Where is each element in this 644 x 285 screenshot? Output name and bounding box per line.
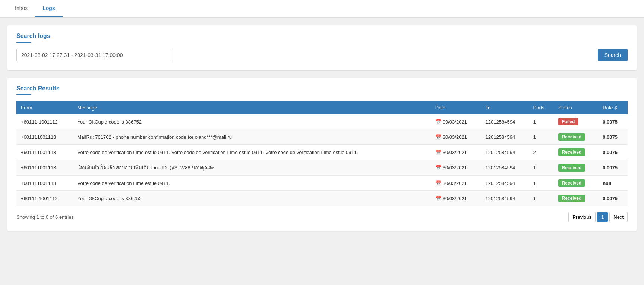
calendar-icon: 📅	[435, 196, 441, 201]
table-row: +601111001113 โอนเงินสำเร็จแล้ว สอบถามเพ…	[16, 160, 628, 176]
date-range-input[interactable]	[16, 49, 173, 61]
cell-rate: 0.0075	[598, 114, 628, 129]
status-badge: Received	[558, 148, 585, 156]
calendar-icon: 📅	[435, 119, 441, 125]
next-button[interactable]: Next	[609, 212, 628, 222]
cell-to: 12012584594	[481, 176, 529, 191]
cell-from: +601111001113	[16, 160, 73, 176]
cell-parts: 1	[529, 191, 554, 206]
table-header-row: From Message Date To Parts Status Rate $	[16, 101, 628, 114]
cell-rate: 0.0075	[598, 145, 628, 160]
status-badge: Received	[558, 133, 585, 141]
cell-to: 12012584594	[481, 160, 529, 176]
cell-parts: 2	[529, 145, 554, 160]
search-button[interactable]: Search	[598, 49, 628, 61]
search-logs-title: Search logs	[16, 33, 628, 39]
cell-from: +601111001113	[16, 145, 73, 160]
cell-date: 📅09/03/2021	[431, 114, 481, 129]
calendar-icon: 📅	[435, 165, 441, 170]
cell-status: Failed	[554, 114, 599, 129]
cell-date: 📅30/03/2021	[431, 191, 481, 206]
results-card: Search Results From Message Date To Part…	[7, 78, 637, 231]
page-content: Search logs Search Search Results From M…	[0, 18, 644, 238]
results-title-underline	[16, 94, 31, 95]
calendar-icon: 📅	[435, 150, 441, 155]
tab-logs[interactable]: Logs	[35, 0, 62, 17]
col-rate: Rate $	[598, 101, 628, 114]
cell-rate: 0.0075	[598, 191, 628, 206]
search-card: Search logs Search	[7, 25, 637, 70]
search-row: Search	[16, 49, 628, 61]
cell-status: Received	[554, 145, 599, 160]
pagination-row: Showing 1 to 6 of 6 entries Previous 1 N…	[16, 212, 628, 222]
cell-rate: null	[598, 176, 628, 191]
pagination-buttons: Previous 1 Next	[568, 212, 628, 222]
cell-date: 📅30/03/2021	[431, 129, 481, 145]
cell-from: +60111-1001112	[16, 191, 73, 206]
tab-inbox[interactable]: Inbox	[7, 0, 35, 17]
table-row: +60111-1001112 Your OkCupid code is 3867…	[16, 191, 628, 206]
cell-message: โอนเงินสำเร็จแล้ว สอบถามเพิ่มเติม Line I…	[73, 160, 431, 176]
cell-status: Received	[554, 160, 599, 176]
cell-status: Received	[554, 176, 599, 191]
status-badge: Received	[558, 164, 585, 172]
cell-parts: 1	[529, 114, 554, 129]
col-message: Message	[73, 101, 431, 114]
cell-date: 📅30/03/2021	[431, 145, 481, 160]
cell-from: +601111001113	[16, 129, 73, 145]
calendar-icon: 📅	[435, 134, 441, 140]
col-parts: Parts	[529, 101, 554, 114]
cell-parts: 1	[529, 160, 554, 176]
col-date: Date	[431, 101, 481, 114]
cell-to: 12012584594	[481, 114, 529, 129]
page-1-button[interactable]: 1	[597, 212, 608, 222]
cell-message: Your OkCupid code is 386752	[73, 191, 431, 206]
table-row: +601111001113 Votre code de vérification…	[16, 145, 628, 160]
cell-message: Votre code de vérification Lime est le 0…	[73, 145, 431, 160]
previous-button[interactable]: Previous	[568, 212, 596, 222]
cell-to: 12012584594	[481, 191, 529, 206]
col-from: From	[16, 101, 73, 114]
cell-message: Votre code de vérification Lime est le 0…	[73, 176, 431, 191]
table-row: +601111001113 MailRu: 701762 - phone num…	[16, 129, 628, 145]
results-table: From Message Date To Parts Status Rate $…	[16, 101, 628, 206]
table-row: +601111001113 Votre code de vérification…	[16, 176, 628, 191]
cell-message: Your OkCupid code is 386752	[73, 114, 431, 129]
cell-message: MailRu: 701762 - phone number confirmati…	[73, 129, 431, 145]
status-badge: Received	[558, 179, 585, 187]
cell-from: +601111001113	[16, 176, 73, 191]
showing-text: Showing 1 to 6 of 6 entries	[16, 214, 74, 220]
cell-to: 12012584594	[481, 145, 529, 160]
cell-from: +60111-1001112	[16, 114, 73, 129]
cell-date: 📅30/03/2021	[431, 160, 481, 176]
search-results-title: Search Results	[16, 85, 628, 92]
cell-parts: 1	[529, 129, 554, 145]
search-title-underline	[16, 42, 31, 43]
cell-status: Received	[554, 129, 599, 145]
cell-status: Received	[554, 191, 599, 206]
cell-to: 12012584594	[481, 129, 529, 145]
status-badge: Received	[558, 195, 585, 202]
calendar-icon: 📅	[435, 180, 441, 186]
col-to: To	[481, 101, 529, 114]
cell-rate: 0.0075	[598, 129, 628, 145]
table-row: +60111-1001112 Your OkCupid code is 3867…	[16, 114, 628, 129]
status-badge: Failed	[558, 118, 579, 125]
cell-rate: 0.0075	[598, 160, 628, 176]
results-table-wrapper: From Message Date To Parts Status Rate $…	[16, 101, 628, 206]
tabs-bar: Inbox Logs	[0, 0, 644, 18]
cell-date: 📅30/03/2021	[431, 176, 481, 191]
cell-parts: 1	[529, 176, 554, 191]
col-status: Status	[554, 101, 599, 114]
